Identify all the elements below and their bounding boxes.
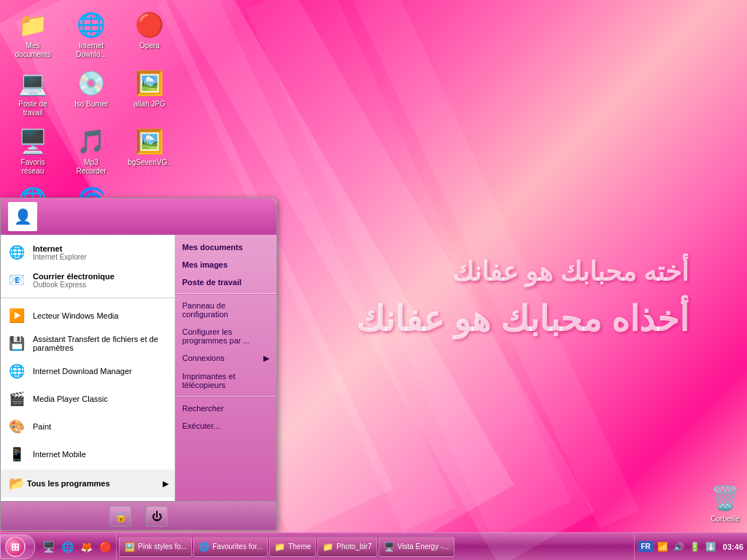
start-menu-footer: 🔒 ⏻ (1, 501, 276, 530)
menu-item-media-player-classic[interactable]: 🎬 Media Player Classic (1, 385, 174, 413)
media-menu-icon: ▶️ (7, 306, 27, 326)
arrow-right-icon: ▶ (263, 354, 269, 363)
network-icon: 🖥️ (18, 127, 47, 156)
icon-label: allah.JPG (133, 100, 165, 109)
lock-button[interactable]: 🔒 (109, 506, 131, 526)
icon-row-0: 📁 Mes documents 🌐 Internet Downlo... 🔴 O… (7, 7, 175, 62)
icon-label: bgSevenVG... (127, 158, 172, 176)
icon-label: Favoris réseau (10, 158, 55, 176)
menu-item-internet-mobile[interactable]: 📱 Internet Mobile (1, 440, 174, 468)
start-menu: 👤 🌐 Internet Internet Explorer 📧 (0, 198, 277, 531)
desktop-icon-mes-documents[interactable]: 📁 Mes documents (7, 7, 58, 62)
icon-label: Mp3 Recorder (69, 158, 114, 176)
email-menu-icon: 📧 (7, 270, 27, 290)
desktop-icon-internet-download[interactable]: 🌐 Internet Downlo... (66, 7, 117, 62)
folder-icon: 📁 (18, 10, 47, 39)
desktop-icon-bgsevenVG[interactable]: 🖼️ bgSevenVG... (124, 124, 175, 179)
right-divider-1 (175, 293, 276, 295)
right-item-mes-images[interactable]: Mes images (175, 256, 276, 273)
idm-menu-icon: 🌐 (7, 361, 27, 381)
menu-item-text-courrier: Courrier électronique Outlook Express (33, 272, 115, 289)
recycle-bin-label: Corbeille (711, 515, 739, 524)
computer-icon: 💻 (18, 69, 47, 98)
right-item-executer[interactable]: Exécuter... (175, 417, 276, 435)
taskbar-item-icon: 📁 (322, 542, 333, 552)
start-menu-body: 🌐 Internet Internet Explorer 📧 Courrier … (1, 235, 276, 501)
icon-label: Mes documents (10, 42, 55, 59)
transfer-menu-icon: 💾 (7, 333, 27, 354)
right-item-mes-documents[interactable]: Mes documents (175, 238, 276, 256)
mpc-menu-icon: 🎬 (7, 389, 27, 409)
ql-opera-btn[interactable]: 🔴 (96, 538, 114, 556)
desktop-icon-favoris-reseau[interactable]: 🖥️ Favoris réseau (7, 124, 58, 179)
right-item-panneau-config[interactable]: Panneau de configuration (175, 297, 276, 323)
menu-item-paint[interactable]: 🎨 Paint (1, 413, 174, 440)
menu-item-idm[interactable]: 🌐 Internet Download Manager (1, 357, 174, 385)
idm-icon: 🌐 (77, 10, 106, 39)
taskbar-item-theme[interactable]: 📁 Theme (269, 537, 316, 557)
start-button[interactable]: ⊞ (0, 534, 35, 559)
language-indicator[interactable]: FR (638, 541, 654, 552)
tray-icon-idm[interactable]: ⬇️ (704, 540, 718, 553)
menu-item-assistant-transfert[interactable]: 💾 Assistant Transfert de fichiers et de … (1, 330, 174, 357)
ql-desktop-btn[interactable]: 🖥️ (39, 538, 57, 556)
icon-label: Internet Downlo... (69, 42, 114, 59)
desktop-icon-mp3-recorder[interactable]: 🎵 Mp3 Recorder (66, 124, 117, 179)
taskbar-item-photo[interactable]: 📁 Photo_bir7 (317, 537, 376, 557)
start-menu-right: Mes documents Mes images Poste de travai… (175, 235, 276, 501)
desktop: أخته محبابك هو عفانك أخذاه محبابك هو عفا… (0, 0, 747, 560)
user-avatar: 👤 (8, 202, 37, 231)
tray-icon-battery[interactable]: 🔋 (688, 540, 702, 553)
start-left-top: 🌐 Internet Internet Explorer 📧 Courrier … (1, 238, 174, 298)
all-programs-button[interactable]: 📂 Tous les programmes ▶ (1, 470, 174, 497)
taskbar-item-pink[interactable]: 🖼️ Pink styles fo... (119, 537, 192, 557)
desktop-icon-iso-burner[interactable]: 💿 Iso Burner (66, 66, 117, 120)
tray-icon-volume[interactable]: 🔊 (672, 540, 686, 553)
recycle-bin[interactable]: 🗑️ Corbeille (711, 483, 740, 524)
ie-menu-icon: 🌐 (7, 242, 27, 262)
taskbar-item-favourites[interactable]: 🌐 Favourites for... (193, 537, 268, 557)
right-item-rechercher[interactable]: Rechercher (175, 400, 276, 417)
ql-firefox-btn[interactable]: 🦊 (77, 538, 95, 556)
icon-row-2: 🖥️ Favoris réseau 🎵 Mp3 Recorder 🖼️ bgSe… (7, 124, 175, 179)
desktop-icon-opera[interactable]: 🔴 Opera (124, 7, 175, 62)
menu-item-internet[interactable]: 🌐 Internet Internet Explorer (1, 238, 174, 266)
menu-item-courrier[interactable]: 📧 Courrier électronique Outlook Express (1, 266, 174, 294)
music-icon: 🎵 (77, 127, 106, 156)
desktop-icon-poste-travail[interactable]: 💻 Poste de travail (7, 66, 58, 120)
tray-icon-network[interactable]: 📶 (656, 540, 670, 553)
menu-item-text: Internet Internet Explorer (33, 244, 87, 261)
system-tray: FR 📶 🔊 🔋 ⬇️ 03:46 (634, 534, 747, 559)
taskbar-item-icon: 🌐 (198, 542, 209, 552)
right-item-poste-travail[interactable]: Poste de travail (175, 273, 276, 291)
power-button[interactable]: ⏻ (146, 506, 168, 526)
taskbar-item-icon: 🖼️ (124, 542, 135, 552)
right-item-imprimantes[interactable]: Imprimantes et télécopieurs (175, 368, 276, 394)
recycle-bin-icon: 🗑️ (711, 483, 740, 513)
taskbar-items: 🖼️ Pink styles fo... 🌐 Favourites for...… (117, 534, 634, 559)
taskbar: ⊞ 🖥️ 🌐 🦊 🔴 🖼️ Pink styles fo... 🌐 Favour… (0, 532, 747, 560)
paint-menu-icon: 🎨 (7, 416, 27, 437)
right-item-connexions[interactable]: Connexions ▶ (175, 349, 276, 368)
image2-icon: 🖼️ (135, 127, 164, 156)
programs-icon: 📂 (7, 473, 27, 494)
image-icon: 🖼️ (135, 69, 164, 98)
icon-label: Opera (139, 42, 160, 50)
taskbar-item-icon: 🖥️ (384, 542, 395, 552)
right-item-configurer[interactable]: Configurer les programmes par ... (175, 323, 276, 349)
desktop-arabic-text: أخته محبابك هو عفانك أخذاه محبابك هو عفا… (356, 255, 689, 342)
taskbar-item-vista[interactable]: 🖥️ Vista Energy -... (379, 537, 454, 557)
clock-display: 03:46 (720, 542, 743, 551)
ql-ie-btn[interactable]: 🌐 (58, 538, 76, 556)
menu-item-lecteur-media[interactable]: ▶️ Lecteur Windows Media (1, 302, 174, 330)
mobile-menu-icon: 📱 (7, 444, 27, 464)
chevron-right-icon: ▶ (163, 479, 169, 489)
opera-icon: 🔴 (135, 10, 164, 39)
taskbar-item-icon: 📁 (274, 542, 285, 552)
start-menu-left: 🌐 Internet Internet Explorer 📧 Courrier … (1, 235, 175, 501)
start-orb: ⊞ (5, 537, 26, 557)
desktop-icon-allah-jpg[interactable]: 🖼️ allah.JPG (124, 66, 175, 120)
quick-launch: 🖥️ 🌐 🦊 🔴 (37, 534, 117, 559)
icon-row-1: 💻 Poste de travail 💿 Iso Burner 🖼️ allah… (7, 66, 175, 120)
start-menu-header: 👤 (1, 198, 276, 235)
